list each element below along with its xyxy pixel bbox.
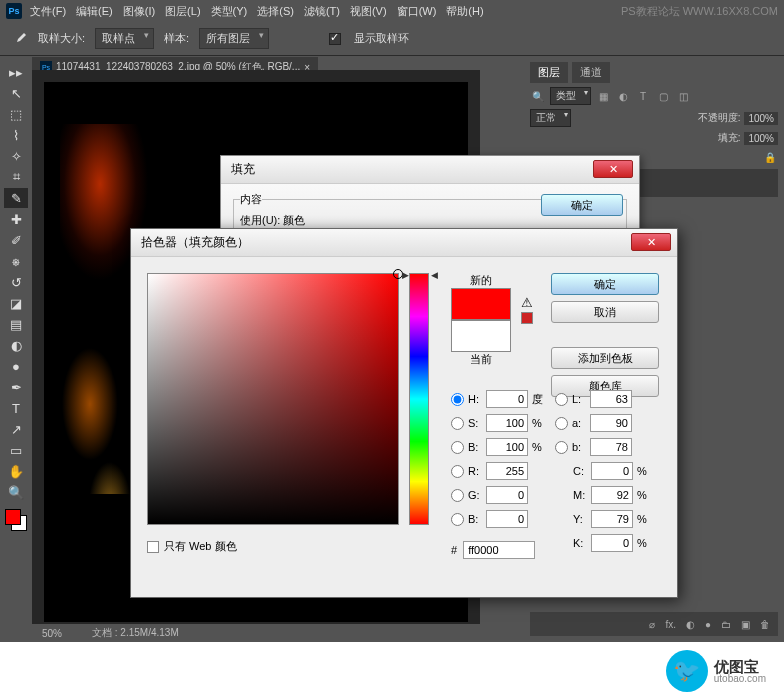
heal-tool-icon[interactable]: ✚ — [4, 209, 28, 229]
trash-icon[interactable]: 🗑 — [760, 619, 770, 630]
menu-view[interactable]: 视图(V) — [350, 4, 387, 19]
bb-input[interactable] — [486, 510, 528, 528]
filter-icon[interactable]: 🔍 — [530, 88, 546, 104]
move-tool-icon[interactable]: ↖ — [4, 83, 28, 103]
menu-type[interactable]: 类型(Y) — [211, 4, 248, 19]
sample-size-dropdown[interactable]: 取样点 — [95, 28, 154, 49]
marquee-tool-icon[interactable]: ⬚ — [4, 104, 28, 124]
zoom-level[interactable]: 50% — [42, 628, 62, 639]
y-input[interactable] — [591, 510, 633, 528]
eraser-tool-icon[interactable]: ◪ — [4, 293, 28, 313]
hand-tool-icon[interactable]: ✋ — [4, 461, 28, 481]
h-label: H: — [468, 393, 482, 405]
shape-tool-icon[interactable]: ▭ — [4, 440, 28, 460]
new-layer-icon[interactable]: ▣ — [741, 619, 750, 630]
expand-icon[interactable]: ▸▸ — [4, 62, 28, 82]
shape-icon[interactable]: ▢ — [655, 88, 671, 104]
a-input[interactable] — [590, 414, 632, 432]
zoom-tool-icon[interactable]: 🔍 — [4, 482, 28, 502]
add-swatch-button[interactable]: 添加到色板 — [551, 347, 659, 369]
crop-tool-icon[interactable]: ⌗ — [4, 167, 28, 187]
use-value[interactable]: 颜色 — [283, 214, 305, 226]
path-tool-icon[interactable]: ↗ — [4, 419, 28, 439]
cp-titlebar[interactable]: 拾色器（填充颜色） ✕ — [131, 229, 677, 257]
cp-close-button[interactable]: ✕ — [631, 233, 671, 251]
radio-g[interactable] — [451, 489, 464, 502]
sample-dropdown[interactable]: 所有图层 — [199, 28, 269, 49]
l-input[interactable] — [590, 390, 632, 408]
pixel-icon[interactable]: ▦ — [595, 88, 611, 104]
s-input[interactable] — [486, 414, 528, 432]
brush-tool-icon[interactable]: ✐ — [4, 230, 28, 250]
radio-s[interactable] — [451, 417, 464, 430]
m-input[interactable] — [591, 486, 633, 504]
radio-r[interactable] — [451, 465, 464, 478]
h-input[interactable] — [486, 390, 528, 408]
eyedropper-tool-icon[interactable]: ✎ — [4, 188, 28, 208]
link-icon[interactable]: ⌀ — [649, 619, 655, 630]
dodge-tool-icon[interactable]: ● — [4, 356, 28, 376]
menu-file[interactable]: 文件(F) — [30, 4, 66, 19]
b-input[interactable] — [486, 438, 528, 456]
c-input[interactable] — [591, 462, 633, 480]
blend-dropdown[interactable]: 正常 — [530, 109, 571, 127]
menu-help[interactable]: 帮助(H) — [446, 4, 483, 19]
k-input[interactable] — [591, 534, 633, 552]
kind-dropdown[interactable]: 类型 — [550, 87, 591, 105]
warning-swatch[interactable] — [521, 312, 533, 324]
lab-b-input[interactable] — [590, 438, 632, 456]
radio-lab-b[interactable] — [555, 441, 568, 454]
history-tool-icon[interactable]: ↺ — [4, 272, 28, 292]
hex-input[interactable] — [463, 541, 535, 559]
tab-channels[interactable]: 通道 — [572, 62, 610, 83]
radio-b[interactable] — [451, 441, 464, 454]
adjust-icon[interactable]: ◐ — [615, 88, 631, 104]
mask-icon[interactable]: ◐ — [686, 619, 695, 630]
menu-filter[interactable]: 滤镜(T) — [304, 4, 340, 19]
bird-icon: 🐦 — [666, 650, 708, 692]
menu-layer[interactable]: 图层(L) — [165, 4, 200, 19]
warning-icon[interactable]: ⚠ — [521, 295, 533, 310]
opacity-value[interactable]: 100% — [744, 112, 778, 125]
cp-ok-button[interactable]: 确定 — [551, 273, 659, 295]
lasso-tool-icon[interactable]: ⌇ — [4, 125, 28, 145]
menu-edit[interactable]: 编辑(E) — [76, 4, 113, 19]
show-ring-checkbox[interactable] — [329, 33, 341, 45]
pen-tool-icon[interactable]: ✒ — [4, 377, 28, 397]
fx-icon[interactable]: fx. — [665, 619, 676, 630]
r-input[interactable] — [486, 462, 528, 480]
fill-ok-button[interactable]: 确定 — [541, 194, 623, 216]
cp-cancel-button[interactable]: 取消 — [551, 301, 659, 323]
menu-window[interactable]: 窗口(W) — [397, 4, 437, 19]
current-color-swatch[interactable] — [451, 320, 511, 352]
color-swatches[interactable] — [5, 509, 27, 531]
close-button[interactable]: ✕ — [593, 160, 633, 178]
type-tool-icon[interactable]: T — [4, 398, 28, 418]
hue-slider[interactable]: ▶◀ — [409, 273, 429, 525]
g-input[interactable] — [486, 486, 528, 504]
radio-l[interactable] — [555, 393, 568, 406]
lock-icon[interactable]: 🔒 — [762, 149, 778, 165]
doc-info: 文档 : 2.15M/4.13M — [92, 626, 179, 640]
blur-tool-icon[interactable]: ◐ — [4, 335, 28, 355]
color-field[interactable] — [147, 273, 399, 525]
web-only-checkbox[interactable] — [147, 541, 159, 553]
gradient-tool-icon[interactable]: ▤ — [4, 314, 28, 334]
stamp-tool-icon[interactable]: ⎈ — [4, 251, 28, 271]
radio-h[interactable] — [451, 393, 464, 406]
folder-icon[interactable]: 🗀 — [721, 619, 731, 630]
fill-titlebar[interactable]: 填充 ✕ — [221, 156, 639, 184]
cp-title: 拾色器（填充颜色） — [141, 234, 249, 251]
wand-tool-icon[interactable]: ✧ — [4, 146, 28, 166]
fill-value[interactable]: 100% — [744, 132, 778, 145]
adjust-layer-icon[interactable]: ● — [705, 619, 711, 630]
radio-bb[interactable] — [451, 513, 464, 526]
fill-label: 填充: — [718, 131, 741, 145]
new-color-swatch[interactable] — [451, 288, 511, 320]
menu-select[interactable]: 选择(S) — [257, 4, 294, 19]
radio-a[interactable] — [555, 417, 568, 430]
type-icon[interactable]: T — [635, 88, 651, 104]
tab-layers[interactable]: 图层 — [530, 62, 568, 83]
smart-icon[interactable]: ◫ — [675, 88, 691, 104]
menu-image[interactable]: 图像(I) — [123, 4, 155, 19]
